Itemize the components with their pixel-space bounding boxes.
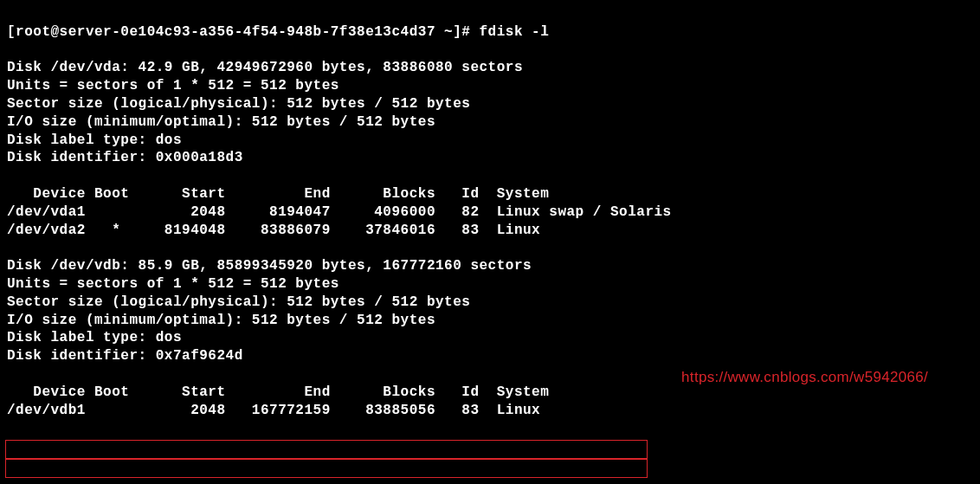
watermark-url: https://www.cnblogs.com/w5942066/ [681,368,928,387]
partition-table1-row: /dev/vda1 2048 8194047 4096000 82 Linux … [7,204,672,220]
disk2-identifier: Disk identifier: 0x7af9624d [7,348,243,364]
disk1-sector-size: Sector size (logical/physical): 512 byte… [7,96,470,112]
disk2-label-type: Disk label type: dos [7,330,182,345]
disk2-units: Units = sectors of 1 * 512 = 512 bytes [7,276,339,292]
partition-table1-row: /dev/vda2 * 8194048 83886079 37846016 83… [7,223,540,238]
disk2-io-size: I/O size (minimum/optimal): 512 bytes / … [7,313,435,328]
disk1-units: Units = sectors of 1 * 512 = 512 bytes [7,78,339,94]
disk1-header: Disk /dev/vda: 42.9 GB, 42949672960 byte… [7,60,523,75]
disk1-io-size: I/O size (minimum/optimal): 512 bytes / … [7,114,435,130]
partition-table2-header: Device Boot Start End Blocks Id System [7,384,549,400]
partition-table1-header: Device Boot Start End Blocks Id System [7,186,549,202]
highlight-box [5,459,648,478]
disk2-header: Disk /dev/vdb: 85.9 GB, 85899345920 byte… [7,258,532,274]
disk1-identifier: Disk identifier: 0x000a18d3 [7,150,243,165]
partition-table2-row: /dev/vdb1 2048 167772159 83885056 83 Lin… [7,403,540,418]
disk2-sector-size: Sector size (logical/physical): 512 byte… [7,294,470,310]
disk1-label-type: Disk label type: dos [7,132,182,148]
command-prompt-line: [root@server-0e104c93-a356-4f54-948b-7f3… [7,24,549,40]
terminal-output: [root@server-0e104c93-a356-4f54-948b-7f3… [7,5,973,419]
highlight-box [5,440,648,459]
